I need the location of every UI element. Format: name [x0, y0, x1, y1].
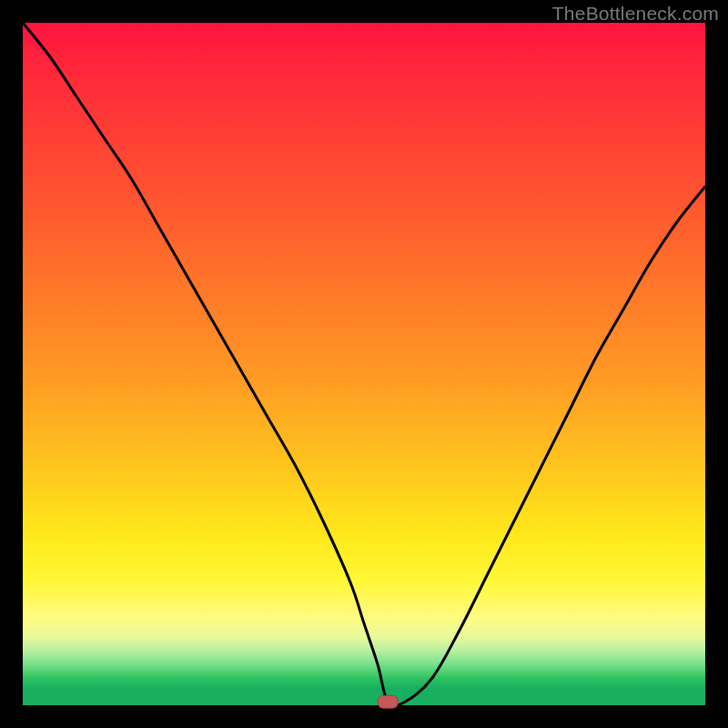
bottleneck-curve: [23, 23, 705, 706]
minimum-marker: [378, 695, 398, 708]
chart-svg: [23, 23, 705, 705]
plot-area: [23, 23, 705, 705]
chart-frame: TheBottleneck.com: [0, 0, 728, 728]
watermark-text: TheBottleneck.com: [552, 3, 719, 25]
